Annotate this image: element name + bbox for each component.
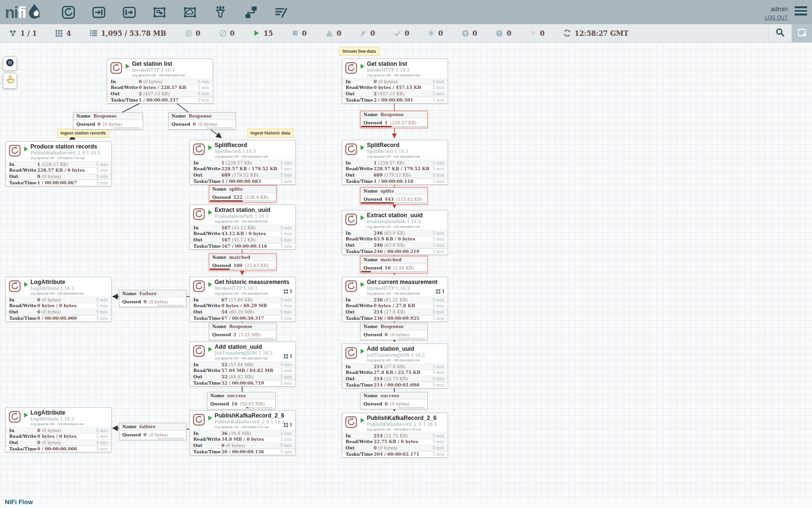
processor[interactable]: Get station listInvokeHTTP 1.16.3org.apa… <box>342 59 448 104</box>
connection-label[interactable]: NamesuccessQueued16(50.03 MB) <box>207 392 276 409</box>
locally-modified-stale-icon <box>495 30 503 37</box>
flow-canvas[interactable]: Stream live-dataIngest station recordsIn… <box>0 43 812 508</box>
connection-label[interactable]: NamesplitsQueued443(115.62 KB) <box>360 187 428 205</box>
processor-name: Get current measurement <box>367 279 445 285</box>
processor[interactable]: LogAttributeLogAttribute 1.16.3org.apach… <box>5 277 112 322</box>
processor[interactable]: Add station_uuidJoltTransformJSON 1.16.3… <box>342 344 448 388</box>
processor[interactable]: PublishKafkaRecord_2_6PublishKafkaRecord… <box>342 413 448 458</box>
processor-name: SplitRecord <box>367 142 445 149</box>
connection-label[interactable]: NameResponseQueued0(0 bytes) <box>168 112 236 130</box>
connection-label[interactable]: NameFailureQueued0(0 bytes) <box>119 290 187 307</box>
processor[interactable]: Get station listInvokeHTTP 1.16.3org.apa… <box>107 59 213 104</box>
processor-stamp-icon <box>345 346 358 361</box>
stat-value: 0 / 00:00:00.000 <box>37 316 96 321</box>
processor[interactable]: SplitRecordSplitRecord 1.16.3org.apache.… <box>342 140 448 185</box>
canvas-label[interactable]: Ingest historic data <box>247 129 294 137</box>
process-group-button[interactable] <box>151 3 168 21</box>
stat-value-main: 236 <box>374 298 383 302</box>
processor[interactable]: Extract station_uuidEvaluateJsonPath 1.1… <box>189 205 296 250</box>
processor-titles: SplitRecordSplitRecord 1.16.3org.apache.… <box>367 142 445 159</box>
stat-value-extra: (57.04 MB) <box>229 362 254 367</box>
processor[interactable]: Add station_uuidJoltTransformJSON 1.16.3… <box>189 342 296 387</box>
stat-row: In0(0 bytes)5 min <box>107 78 213 85</box>
processor-name: PublishKafkaRecord_2_6 <box>215 413 292 419</box>
template-button[interactable] <box>242 3 260 21</box>
connection-label[interactable]: NamematchedQueued10(2.59 KB) <box>360 256 428 273</box>
input-port-button[interactable] <box>90 3 107 21</box>
funnel-button[interactable] <box>212 3 229 21</box>
connection-label[interactable]: NameResponseQueued0(0 bytes) <box>73 112 143 130</box>
processor[interactable]: LogAttributeLogAttribute 1.16.3org.apach… <box>5 407 112 452</box>
connection-label[interactable]: NamematchedQueued100(25.43 KB) <box>209 254 276 271</box>
processor-stamp-icon <box>345 213 358 228</box>
stat-label: In <box>111 79 139 84</box>
connection-label[interactable]: NameResponseQueued1(228.57 KB) <box>360 111 428 128</box>
canvas-label[interactable]: Stream live-data <box>339 47 379 56</box>
stat-label: Out <box>193 310 221 314</box>
queued-size: (0 bytes) <box>198 122 218 127</box>
processor[interactable]: Get historic measurementsInvokeHTTP 1.16… <box>189 277 296 322</box>
stat-row: Tasks/Time0 / 00:00:00.0005 min <box>6 315 111 322</box>
stat-value: 34.8 MB / 0 bytes <box>221 437 280 442</box>
running-status-icon <box>208 210 212 215</box>
search-button[interactable] <box>768 24 792 42</box>
stat-window: 5 min <box>433 161 444 165</box>
processor-type: SplitRecord 1.16.3 <box>367 149 445 154</box>
stat-label: Out <box>346 91 374 96</box>
panel-toggle-button[interactable] <box>792 24 812 42</box>
connection-label[interactable]: NamefailureQueued0(0 bytes) <box>119 423 187 440</box>
stat-label: Out <box>346 446 374 450</box>
processor-titles: PublishKafkaRecord_2_6PublishKafkaRecord… <box>215 413 292 429</box>
stat-window: 5 min <box>96 434 108 439</box>
processor-stamp-icon <box>8 410 21 425</box>
nifi-logo: nifi <box>5 2 42 22</box>
connection-label[interactable]: NameResponseQueued0(0 bytes) <box>360 323 428 340</box>
overlay-target-button[interactable] <box>3 57 17 71</box>
stat-label: Out <box>9 174 37 179</box>
connection-label[interactable]: NameResponseQueued2(3.25 MB) <box>209 323 276 340</box>
stat-row: Out0(0 bytes)5 min <box>6 309 111 315</box>
connection-queued-label: Queued <box>172 122 190 127</box>
status-count: 4 <box>66 30 71 37</box>
stat-value: 0(0 bytes) <box>139 79 198 84</box>
processor[interactable]: Get current measurementInvokeHTTP 1.16.3… <box>342 277 448 322</box>
refresh-icon[interactable] <box>563 29 571 37</box>
processor[interactable]: PublishKafkaRecord_2_6PublishKafkaRecord… <box>189 410 296 455</box>
logout-link[interactable]: LOG OUT <box>765 15 788 20</box>
stat-value: 2 / 00:00:00.501 <box>374 98 433 103</box>
grid-icon <box>436 287 440 296</box>
canvas-label[interactable]: Ingest station records <box>58 129 109 137</box>
remote-process-group-button[interactable] <box>181 3 199 21</box>
stat-row: In1(228.57 KB)5 min <box>190 160 295 166</box>
stat-row: In52(57.04 MB)5 min <box>190 361 295 368</box>
overlay-hand-button[interactable] <box>3 73 17 89</box>
processor[interactable]: Produce station recordsPublishKafkaRecor… <box>5 141 112 186</box>
global-menu-icon[interactable] <box>795 5 807 17</box>
connection-queued-row: Queued1(228.57 KB) <box>361 119 427 128</box>
stat-value-extra: (228.57 KB) <box>378 161 405 165</box>
processor-stamp-icon <box>192 280 205 295</box>
output-port-button[interactable] <box>120 3 138 21</box>
label-button[interactable] <box>273 3 290 21</box>
stat-value-main: 0 <box>37 310 40 314</box>
logo-text-ni: ni <box>5 3 17 21</box>
stat-value: 52(57.04 MB) <box>221 362 280 367</box>
processor[interactable]: Extract station_uuidEvaluateJsonPath 1.1… <box>342 210 448 255</box>
breadcrumb-root[interactable]: NiFi Flow <box>5 498 33 506</box>
stat-window: 5 min <box>280 225 292 230</box>
stat-value: 246(63.9 KB) <box>374 231 433 236</box>
stat-label: Read/Write <box>9 303 37 308</box>
connection-name-row: NameResponse <box>361 111 427 119</box>
queued-size: (0 bytes) <box>390 402 409 406</box>
stat-window: 5 min <box>433 433 444 438</box>
stat-label: In <box>346 364 374 369</box>
processor-titles: SplitRecordSplitRecord 1.16.3org.apache.… <box>215 142 292 159</box>
processor-button[interactable] <box>59 3 77 21</box>
stat-label: In <box>193 431 221 436</box>
status-count: 0 <box>337 30 342 37</box>
connection-label[interactable]: NamesplitsQueued522(136.4 KB) <box>209 185 276 203</box>
processor[interactable]: SplitRecordSplitRecord 1.16.3org.apache.… <box>189 140 296 185</box>
panel-toggle-icon <box>797 27 807 40</box>
processor-bundle: org.apache.nifi - nifi-standard-nar <box>30 422 108 426</box>
connection-label[interactable]: NamesuccessQueued0(0 bytes) <box>360 392 428 409</box>
